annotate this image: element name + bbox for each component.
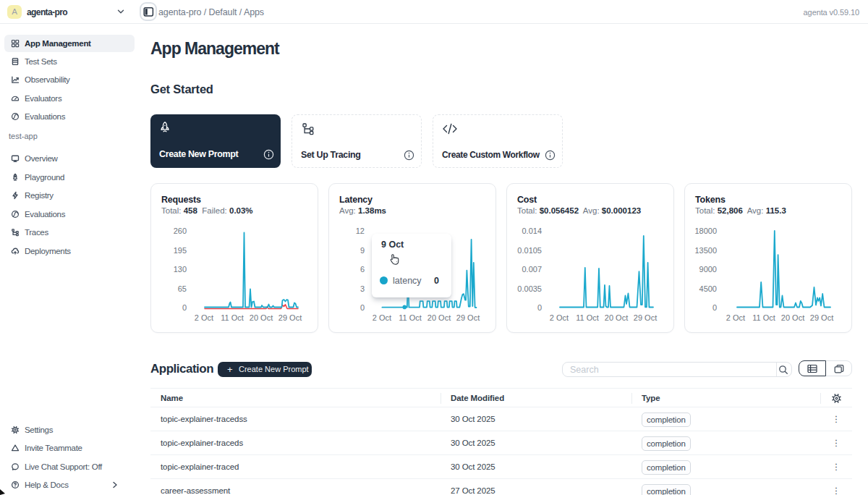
svg-text:11 Oct: 11 Oct <box>576 313 599 322</box>
svg-text:29 Oct: 29 Oct <box>456 313 480 322</box>
svg-text:20 Oct: 20 Oct <box>250 313 273 322</box>
svg-text:2 Oct: 2 Oct <box>373 313 391 322</box>
svg-text:2 Oct: 2 Oct <box>195 313 213 322</box>
svg-text:6: 6 <box>360 265 365 274</box>
svg-text:9: 9 <box>360 246 365 255</box>
svg-text:20 Oct: 20 Oct <box>427 313 451 322</box>
svg-text:0: 0 <box>360 303 365 312</box>
svg-text:9000: 9000 <box>699 265 717 274</box>
svg-text:20 Oct: 20 Oct <box>605 313 628 322</box>
svg-text:2 Oct: 2 Oct <box>550 313 569 322</box>
svg-text:65: 65 <box>178 284 187 293</box>
svg-text:3: 3 <box>360 284 365 293</box>
svg-text:195: 195 <box>174 246 187 255</box>
svg-text:12: 12 <box>356 227 365 235</box>
svg-text:0.014: 0.014 <box>522 227 542 235</box>
svg-text:29 Oct: 29 Oct <box>810 313 833 322</box>
svg-text:11 Oct: 11 Oct <box>221 313 244 322</box>
svg-text:0.007: 0.007 <box>522 265 542 274</box>
svg-text:4500: 4500 <box>699 284 717 293</box>
svg-text:2 Oct: 2 Oct <box>726 313 745 322</box>
svg-text:0: 0 <box>182 303 187 312</box>
svg-text:0.0105: 0.0105 <box>517 246 542 255</box>
svg-text:29 Oct: 29 Oct <box>278 313 302 322</box>
svg-text:0: 0 <box>537 303 542 312</box>
svg-text:13500: 13500 <box>694 246 717 255</box>
svg-text:18000: 18000 <box>694 227 717 235</box>
svg-text:11 Oct: 11 Oct <box>399 313 422 322</box>
svg-text:0.0035: 0.0035 <box>517 284 542 293</box>
svg-text:130: 130 <box>174 265 187 274</box>
svg-text:11 Oct: 11 Oct <box>752 313 775 322</box>
svg-text:0: 0 <box>712 303 717 312</box>
svg-text:29 Oct: 29 Oct <box>634 313 657 322</box>
svg-text:20 Oct: 20 Oct <box>781 313 804 322</box>
svg-text:260: 260 <box>174 227 187 235</box>
